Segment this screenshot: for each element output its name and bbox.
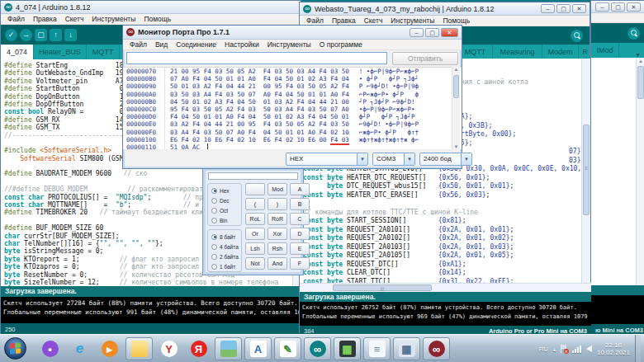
menu-item-Инструменты[interactable]: Инструменты [263,40,315,49]
media-player-icon[interactable]: ▸ [96,337,123,360]
menu-item-О программе[interactable]: О программе [315,40,367,49]
open-icon[interactable]: ↑ [50,29,62,41]
monitor-titlebar[interactable]: ∞ Монитор Порта Про 1.7.1 ‒ ▢ ✕ [123,26,462,40]
window-control-button[interactable]: ✕ [572,4,586,13]
radio-Hex[interactable]: Hex [211,186,241,195]
menu-item-Помощь[interactable]: Помощь [140,15,175,23]
calculator-icon[interactable]: ▦ [393,337,420,360]
third-titlebar[interactable]: ‒▢✕ [591,1,644,13]
calc-key-F[interactable]: F [290,257,310,270]
menu-item-Вид[interactable]: Вид [151,40,172,49]
menu-item-Инструменты[interactable]: Инструменты [88,15,140,23]
window-control-button[interactable]: ‒ [541,4,555,13]
radio-Bin[interactable]: Bin [211,215,241,225]
right-titlebar[interactable]: ∞ Webasto_Tuareg_4_073_my_rabochij | Ard… [300,2,590,16]
hex-dump-area[interactable]: 0000007021 00 95 F4 03 50 05 A2F4 03 50 … [123,67,462,149]
arduino-port-monitor-icon[interactable]: ∞ [423,337,450,360]
window-control-button[interactable]: ▢ [556,4,571,13]
menu-item-Инструменты[interactable]: Инструменты [386,16,438,25]
internet-explorer-icon[interactable]: e [66,337,93,360]
tab-4_074[interactable]: 4_074 [1,45,34,59]
third-close-button[interactable]: ✕ [627,2,641,12]
menu-item-Файл[interactable]: Файл [3,15,29,23]
menu-item-Соединение[interactable]: Соединение [172,40,220,49]
serial-monitor-icon[interactable] [627,27,640,40]
third-minimize-button[interactable]: ‒ [595,2,609,12]
calc-key-B[interactable]: B [290,198,310,210]
calc-key-E[interactable]: E [290,242,310,255]
terminal-app-icon[interactable]: ▦ [334,337,361,360]
assistant-app-icon[interactable]: • [36,337,64,360]
tab-Measuring[interactable]: Measuring [493,45,542,59]
calc-key-([interactable]: ( [245,198,265,210]
calc-key-Xor[interactable]: Xor [268,228,287,240]
clock[interactable]: 22:18 10.02.2021 [597,341,630,356]
calc-key-)[interactable]: ) [268,198,287,210]
radio-2 байта[interactable]: 2 байта [211,252,241,261]
show-desktop-button[interactable] [635,335,641,362]
tab-MQTT[interactable]: MQTT [458,45,493,59]
calc-key-Rsh[interactable]: Rsh [268,242,287,255]
volume-icon[interactable] [586,346,592,352]
explorer-folder-icon[interactable] [125,337,153,360]
yandex-icon[interactable]: Я [185,337,212,360]
tab-list-dropdown-icon[interactable]: ▼ [635,48,644,58]
tab-fragment[interactable]: IMod [591,43,619,58]
radio-8 байт[interactable]: 8 байт [211,232,241,242]
third-editor-scrollbar[interactable]: ▲ [636,58,644,285]
menu-item-Файл[interactable]: Файл [125,40,151,49]
menu-item-Скетч[interactable]: Скетч [360,16,387,25]
right-editor-hscrollbar[interactable]: ||| [300,283,591,292]
calc-key-blank[interactable] [245,183,265,195]
notepad-icon[interactable]: ≡ [363,337,391,360]
calc-key-RoL[interactable]: RoL [245,213,265,225]
new-sketch-icon[interactable]: ▢ [35,29,47,41]
send-button[interactable]: Отправить [392,52,458,65]
radio-4 байта[interactable]: 4 байта [211,242,241,252]
calc-key-Not[interactable]: Not [245,257,265,270]
start-button[interactable] [4,337,26,360]
calc-key-D[interactable]: D [290,228,310,240]
menu-item-Правка[interactable]: Правка [29,15,61,23]
language-indicator[interactable]: RU [538,346,548,353]
hex-scrollbar[interactable]: ▲▼ [452,67,460,149]
right-editor-scrollbar[interactable]: ≡ [581,59,590,283]
format-select[interactable]: HEX▼ [286,153,368,166]
tab-Heater_BUS[interactable]: Heater_BUS [34,45,87,59]
calc-key-And[interactable]: And [268,257,287,270]
menu-item-Файл[interactable]: Файл [302,16,328,25]
network-icon[interactable] [572,345,581,353]
yandex-browser-icon[interactable]: Y [155,337,182,360]
save-icon[interactable]: ↓ [64,29,77,41]
calc-key-A[interactable]: A [290,183,310,195]
tray-expand-icon[interactable]: ▴ [553,346,556,352]
monitor-minimize-button[interactable]: ‒ [410,28,424,37]
image-viewer-icon[interactable] [215,337,242,360]
notes-editor-icon[interactable]: ✎ [274,337,301,360]
verify-icon[interactable]: ✓ [5,29,17,41]
monitor-restore-button[interactable]: ▢ [425,28,439,37]
serial-monitor-icon[interactable] [571,30,583,42]
calc-key-RoR[interactable]: RoR [268,213,287,225]
tab-Modem[interactable]: Modem [542,45,579,59]
port-select[interactable]: COM3▼ [372,153,415,166]
left-build-console[interactable]: Скетч использует 27284 байт (88%) памяти… [1,297,302,323]
calc-key-Or[interactable]: Or [245,228,265,240]
menu-item-Настройки[interactable]: Настройки [220,40,263,49]
baud-select[interactable]: 2400 бод▼ [419,153,472,166]
document-app-icon[interactable]: A [244,337,272,360]
calc-key-C[interactable]: C [290,213,310,225]
calc-key-Lsh[interactable]: Lsh [245,242,265,255]
left-titlebar[interactable]: ∞ 4_074 | Arduino 1.8.12 [1,1,301,14]
radio-1 байт[interactable]: 1 байт [211,261,241,271]
upload-icon[interactable]: → [20,29,32,41]
third-restore-button[interactable]: ▢ [611,2,625,12]
calc-key-Mod[interactable]: Mod [268,183,287,195]
menu-item-Правка[interactable]: Правка [328,16,360,25]
monitor-close-button[interactable]: ✕ [441,28,458,37]
right-build-console[interactable]: Скетч использует 26752 байт (87%) памяти… [300,302,591,326]
arduino-ide-icon[interactable]: ∞ [304,337,331,360]
tab-MQTT[interactable]: MQTT [87,45,120,59]
action-center-flag-icon[interactable]: ✕ [561,345,567,353]
menu-item-Помощь[interactable]: Помощь [438,16,474,25]
